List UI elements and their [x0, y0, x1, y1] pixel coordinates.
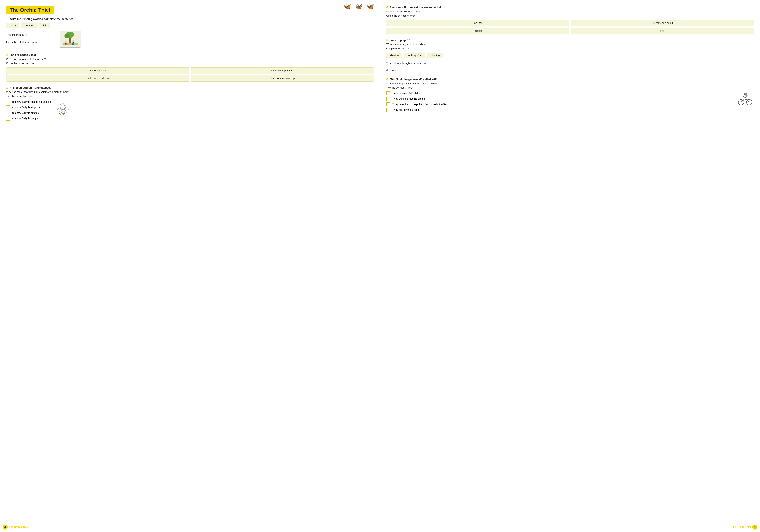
q6-content: He has stolen Biff’s bike. They think he… — [386, 90, 754, 114]
checkbox-label: to show Sally is happy — [12, 117, 38, 120]
svg-line-29 — [743, 96, 743, 97]
q1-number: 1 — [6, 17, 8, 21]
question-3: 3 “It’s been dug up!” she gasped. Why ha… — [6, 86, 374, 122]
question-6: 6 “Don’t let him get away!” yelled Wilf.… — [386, 77, 754, 114]
q3-body: Why has the author used an exclamation m… — [6, 90, 374, 98]
q4-body: What does report mean here? Circle the c… — [386, 10, 754, 18]
left-page: 🦋 🦋 🦋 The Orchid Thief 1 Write the missi… — [0, 0, 380, 532]
word-option: number — [21, 23, 37, 28]
q5-blank[interactable] — [428, 61, 452, 66]
q3-checkboxes: to show Sally is asking a question to sh… — [6, 98, 51, 122]
svg-point-9 — [72, 40, 74, 43]
q6-body: Why don’t they want to let the man get a… — [386, 81, 754, 90]
cyclist-svg — [738, 92, 753, 106]
q1-word-options: cross number tick — [6, 23, 374, 28]
q5-heading: Look at page 10. — [390, 39, 411, 42]
answer-option[interactable]: look for — [386, 20, 569, 26]
question-5: 5 Look at page 10. Write the missing wor… — [386, 38, 754, 73]
q1-blank[interactable] — [29, 32, 53, 38]
answer-option[interactable]: tell someone about — [571, 20, 754, 26]
checkbox-row: to show Sally is asking a question — [6, 100, 51, 104]
q3-content: to show Sally is asking a question to sh… — [6, 98, 374, 122]
left-page-number: 4 — [3, 525, 8, 530]
svg-point-4 — [62, 43, 79, 45]
answer-option[interactable]: It had been covered up. — [191, 75, 374, 81]
q4-number: 4 — [386, 6, 388, 9]
checkbox-label: He has stolen Biff’s bike. — [393, 92, 421, 95]
checkbox-input[interactable] — [386, 91, 390, 95]
answer-option[interactable]: It had been trodden on. — [6, 75, 189, 81]
q2-number: 2 — [6, 53, 8, 57]
checkbox-row: He has stolen Biff’s bike. — [386, 91, 734, 95]
checkbox-input[interactable] — [6, 106, 10, 110]
checkbox-label: They think he has the orchid. — [393, 97, 426, 100]
left-footer-title: The Orchid Thief — [9, 526, 28, 528]
q6-heading: “Don’t let him get away!” yelled Wilf. — [390, 78, 437, 81]
page-title: The Orchid Thief — [10, 7, 51, 13]
q6-checkboxes: He has stolen Biff’s bike. They think he… — [386, 90, 734, 114]
cyclist-illustration — [737, 91, 754, 106]
right-page: 4 She went off to report the stolen orch… — [380, 0, 760, 532]
svg-line-30 — [746, 96, 747, 97]
q3-heading: “It’s been dug up!” she gasped. — [9, 86, 51, 89]
right-page-number: 5 — [752, 525, 757, 530]
q1-heading: Write the missing word to complete the s… — [9, 18, 74, 21]
svg-point-3 — [65, 34, 70, 38]
bold-word: report — [400, 10, 407, 13]
svg-point-36 — [744, 93, 747, 95]
right-footer-title: The Orchid Thief — [732, 526, 751, 528]
q6-number: 6 — [386, 77, 388, 81]
svg-line-28 — [743, 96, 745, 97]
checkbox-input[interactable] — [6, 111, 10, 115]
svg-point-21 — [62, 110, 64, 111]
checkbox-input[interactable] — [386, 97, 390, 101]
word-option: tick — [39, 23, 50, 28]
checkbox-row: to show Sally is surprised — [6, 106, 51, 110]
title-banner: The Orchid Thief — [6, 6, 54, 15]
q5-sentence: The children thought the man was — [386, 61, 754, 66]
checkbox-row: to show Sally is happy — [6, 117, 51, 121]
q1-sentence-row: The children put a for each butterfly th… — [6, 31, 374, 49]
q1-sentence: The children put a — [6, 32, 54, 38]
q5-body: Write the missing word or words to compl… — [386, 42, 754, 51]
word-option: planting — [427, 53, 443, 58]
answer-option[interactable]: replace — [386, 28, 569, 34]
checkbox-input[interactable] — [6, 100, 10, 104]
checkbox-label: to show Sally is asking a question — [12, 100, 51, 103]
orchid-illustration — [54, 102, 72, 122]
checkbox-row: to show Sally is excited — [6, 111, 51, 115]
q2-heading: Look at pages 7 to 8. — [9, 53, 37, 57]
question-1: 1 Write the missing word to complete the… — [6, 17, 374, 49]
svg-line-34 — [745, 99, 746, 100]
answer-option[interactable]: find — [571, 28, 754, 34]
q4-answers: look for tell someone about replace find — [386, 20, 754, 34]
q5-word-options: stealing looking after planting — [386, 53, 754, 58]
worksheet-page: 🦋 🦋 🦋 The Orchid Thief 1 Write the missi… — [0, 0, 760, 532]
children-illustration — [60, 31, 81, 48]
orchid-svg — [55, 102, 71, 121]
q5-number: 5 — [386, 38, 388, 42]
checkbox-input[interactable] — [386, 102, 390, 106]
checkbox-input[interactable] — [386, 108, 390, 112]
word-option: looking after — [404, 53, 425, 58]
footer-left: 4 The Orchid Thief — [3, 525, 28, 530]
q1-sentence2: for each butterfly they saw. — [6, 39, 54, 45]
answer-option[interactable]: It had been painted. — [191, 68, 374, 74]
q2-answers: It had been stolen. It had been painted.… — [6, 68, 374, 81]
children-svg — [60, 31, 80, 47]
checkbox-input[interactable] — [6, 117, 10, 121]
svg-line-14 — [59, 113, 63, 116]
answer-option[interactable]: It had been stolen. — [6, 68, 189, 74]
checkbox-label: to show Sally is excited — [12, 112, 39, 115]
q2-body: What had happened to the orchid? Circle … — [6, 57, 374, 66]
q4-heading: She went off to report the stolen orchid… — [390, 6, 442, 9]
checkbox-row: They are having a race. — [386, 108, 734, 112]
q1-sentence-block: The children put a for each butterfly th… — [6, 31, 54, 46]
question-2: 2 Look at pages 7 to 8. What had happene… — [6, 53, 374, 81]
checkbox-label: They are having a race. — [393, 108, 419, 112]
q3-number: 3 — [6, 86, 8, 89]
svg-point-5 — [65, 41, 67, 43]
checkbox-row: They think he has the orchid. — [386, 97, 734, 101]
word-option: cross — [6, 23, 20, 28]
checkbox-label: They want him to help them find more but… — [393, 103, 448, 106]
